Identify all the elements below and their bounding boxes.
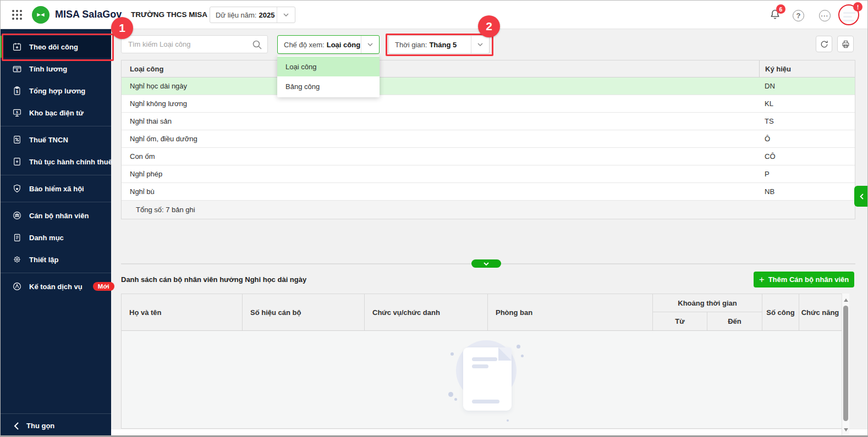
sidebar-item-thue-tncn[interactable]: Thuế TNCN <box>1 129 111 151</box>
work-type-table-header: Loại công Ký hiệu <box>122 60 855 78</box>
table-row[interactable]: Nghỉ phép P <box>122 165 855 183</box>
sidebar-navigation: Theo dõi công $ Tính lương $ <box>1 29 111 437</box>
chevron-left-icon <box>860 193 864 200</box>
view-mode-value: Loại công <box>327 41 360 49</box>
collapse-label: Thu gọn <box>26 422 54 430</box>
time-label: Thời gian: <box>395 41 427 49</box>
sidebar-item-label: Thiết lập <box>29 256 58 264</box>
decor-dot <box>448 392 453 397</box>
horizontal-scrollbar-track[interactable] <box>111 429 868 436</box>
sidebar-item-kho-bac-dien-tu[interactable]: $ Kho bạc điện tử <box>1 102 111 124</box>
decor-dot <box>517 345 520 349</box>
panel-collapse-button[interactable] <box>471 259 501 268</box>
gear-icon <box>12 255 22 265</box>
sidebar-item-label: Kho bạc điện tử <box>29 109 84 117</box>
decor-dot <box>454 398 457 401</box>
sidebar-item-danh-muc[interactable]: Danh mục <box>1 226 111 248</box>
year-dropdown-value: 2025 <box>259 11 274 19</box>
sidebar-item-label: Tổng hợp lương <box>29 87 85 95</box>
column-header-chuc-vu: Chức vụ/chức danh <box>365 294 488 330</box>
notification-count-badge: 6 <box>776 4 785 14</box>
refresh-icon <box>820 40 829 49</box>
calendar-icon <box>12 42 22 52</box>
shield-heart-icon <box>12 184 22 194</box>
year-dropdown-label: Dữ liệu năm: <box>216 11 256 19</box>
sidebar-divider <box>1 175 111 175</box>
document-plus-icon <box>12 157 22 167</box>
column-header-phong-ban: Phòng ban <box>488 294 653 330</box>
main-content: Chế độ xem: Loại công Thời gian: Tháng 5 <box>111 29 868 437</box>
scrollbar-thumb[interactable] <box>843 306 848 421</box>
svg-text:$: $ <box>16 68 18 71</box>
view-mode-menu: Loại công Bảng công <box>277 56 380 97</box>
new-feature-badge: Mới <box>93 282 114 291</box>
sidebar-item-label: Thuế TNCN <box>29 136 68 144</box>
menu-option-loai-cong[interactable]: Loại công <box>277 57 380 76</box>
column-header-tu: Từ <box>653 312 707 330</box>
app-window: MISA SalaGov TRƯỜNG THCS MISA Dữ liệu nă… <box>0 0 868 437</box>
search-icon[interactable] <box>252 40 262 50</box>
sidebar-item-can-bo-nhan-vien[interactable]: Cán bộ nhân viên <box>1 204 111 226</box>
column-header-ho-va-ten: Họ và tên <box>122 294 243 330</box>
plus-icon: + <box>759 275 765 284</box>
table-row[interactable]: Nghỉ bù NB <box>122 183 855 201</box>
column-header-so-cong: Số công <box>762 294 799 330</box>
empty-document-icon <box>463 347 512 411</box>
chevron-down-icon <box>361 43 379 46</box>
misa-logo-icon <box>32 6 50 24</box>
sidebar-divider <box>1 202 111 202</box>
sidebar-item-tong-hop-luong[interactable]: $ Tổng hợp lương <box>1 80 111 102</box>
avatar-alert-badge: ! <box>853 2 862 12</box>
sidebar-item-thiet-lap[interactable]: Thiết lập <box>1 248 111 270</box>
scroll-down-arrow[interactable] <box>844 428 848 432</box>
table-row[interactable]: Con ốm CÔ <box>122 148 855 165</box>
help-icon[interactable]: ? <box>793 10 804 21</box>
work-type-table: Loại công Ký hiệu Nghỉ học dài ngày DN N… <box>121 60 855 219</box>
chevron-down-icon <box>277 13 295 16</box>
employee-table: Họ và tên Số hiệu cán bộ Chức vụ/chức da… <box>121 294 849 429</box>
printer-icon <box>841 40 850 49</box>
scroll-up-arrow[interactable] <box>844 298 848 302</box>
sidebar-item-tinh-luong[interactable]: $ Tính lương <box>1 58 111 80</box>
service-accounting-icon <box>12 281 22 292</box>
annotation-badge-step1: 1 <box>111 17 133 39</box>
sidebar-item-thu-tuc-hanh-chinh-thue[interactable]: Thủ tục hành chính thuế <box>1 151 111 173</box>
tax-percent-doc-icon <box>12 135 22 145</box>
organization-name: TRƯỜNG THCS MISA <box>131 10 207 19</box>
employee-table-header: Họ và tên Số hiệu cán bộ Chức vụ/chức da… <box>122 294 849 331</box>
chevron-left-icon <box>14 422 19 430</box>
sidebar-divider <box>1 126 111 126</box>
sidebar-item-bao-hiem-xa-hoi[interactable]: Bảo hiểm xã hội <box>1 178 111 200</box>
table-row[interactable]: Nghỉ không lương KL <box>122 95 855 113</box>
sidebar-item-label: Theo dõi công <box>29 43 78 51</box>
app-title: MISA SalaGov <box>55 9 122 20</box>
column-header-ky-hieu: Ký hiệu <box>759 60 855 77</box>
column-header-so-hieu: Số hiệu cán bộ <box>243 294 365 330</box>
add-employee-button[interactable]: + Thêm Cán bộ nhân viên <box>754 272 854 287</box>
right-panel-collapse-tab[interactable] <box>854 186 868 207</box>
more-options-icon[interactable]: ··· <box>819 10 831 21</box>
table-row[interactable]: Nghỉ học dài ngày DN <box>122 78 855 95</box>
column-header-loai-cong: Loại công <box>122 65 759 73</box>
employee-section-title: Danh sách cán bộ nhân viên hưởng Nghỉ họ… <box>121 275 306 284</box>
table-row[interactable]: Nghỉ thai sản TS <box>122 113 855 130</box>
sidebar-item-label: Kế toán dịch vụ <box>29 283 83 291</box>
print-button[interactable] <box>837 36 854 52</box>
decor-dot <box>507 419 509 422</box>
year-dropdown[interactable]: Dữ liệu năm: 2025 <box>210 7 295 23</box>
sidebar-item-ke-toan-dich-vu[interactable]: Kế toán dịch vụ Mới <box>1 275 111 297</box>
wallet-dollar-icon: $ <box>12 64 22 74</box>
sidebar-item-theo-doi-cong[interactable]: Theo dõi công <box>1 36 111 58</box>
search-input[interactable] <box>122 36 267 53</box>
decor-dot <box>451 352 454 356</box>
vertical-scrollbar[interactable] <box>842 294 849 436</box>
view-mode-dropdown[interactable]: Chế độ xem: Loại công <box>277 35 380 54</box>
app-grid-icon[interactable] <box>11 9 23 21</box>
table-row[interactable]: Nghỉ ốm, điều dưỡng Ô <box>122 130 855 148</box>
menu-option-bang-cong[interactable]: Bảng công <box>277 76 380 96</box>
time-dropdown[interactable]: Thời gian: Tháng 5 <box>388 35 490 54</box>
sidebar-divider <box>1 273 111 273</box>
list-document-icon <box>12 233 22 243</box>
sidebar-collapse-button[interactable]: Thu gọn <box>1 413 111 437</box>
refresh-button[interactable] <box>816 36 832 52</box>
